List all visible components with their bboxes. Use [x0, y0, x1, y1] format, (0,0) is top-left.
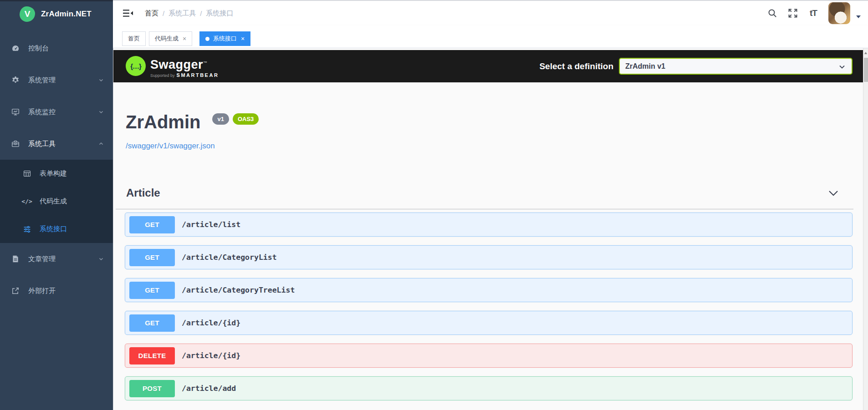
- breadcrumb-system-tools: 系统工具: [168, 9, 196, 18]
- tab-label: 首页: [128, 35, 140, 43]
- endpoint-row[interactable]: GET /article/CategoryTreeList: [125, 278, 853, 302]
- sidebar-item-code-generator[interactable]: </> 代码生成: [0, 187, 113, 215]
- method-badge: GET: [129, 216, 175, 233]
- endpoint-list: GET /article/list GET /article/CategoryL…: [125, 213, 853, 409]
- vertical-scrollbar[interactable]: [863, 48, 868, 410]
- dashboard-icon: [11, 44, 20, 53]
- tab-label: 系统接口: [213, 35, 237, 43]
- swagger-brand-name: Swagger™: [150, 56, 219, 71]
- definition-select[interactable]: ZrAdmin v1: [619, 58, 853, 75]
- breadcrumb-separator: /: [163, 10, 164, 17]
- chevron-down-icon: [839, 65, 845, 69]
- api-version-badge: v1: [212, 113, 229, 125]
- swagger-page: {…} Swagger™ Supported bySMARTBEAR Selec…: [113, 48, 863, 410]
- tab-label: 代码生成: [155, 35, 179, 43]
- sidebar-item-label: 文章管理: [28, 255, 56, 263]
- close-icon[interactable]: ×: [183, 35, 186, 42]
- method-badge: POST: [129, 380, 175, 397]
- swagger-logo[interactable]: {…} Swagger™ Supported bySMARTBEAR: [126, 56, 219, 78]
- chevron-down-icon: [98, 109, 104, 115]
- swagger-logo-icon: {…}: [126, 56, 146, 76]
- smartbear-wordmark: SMARTBEAR: [177, 72, 219, 78]
- sidebar-item-label: 表单构建: [40, 169, 67, 178]
- top-navbar: 首页 / 系统工具 / 系统接口 tT: [113, 1, 868, 25]
- sliders-icon: [23, 225, 31, 233]
- fullscreen-icon[interactable]: [787, 8, 798, 19]
- chevron-down-icon: [98, 256, 104, 262]
- api-section-header-article[interactable]: Article: [113, 185, 863, 209]
- main-area: 首页 / 系统工具 / 系统接口 tT: [113, 0, 868, 410]
- chevron-down-icon[interactable]: [828, 190, 838, 197]
- caret-down-icon[interactable]: [856, 15, 861, 18]
- sidebar-item-label: 代码生成: [40, 197, 67, 206]
- sidebar-item-label: 系统监控: [28, 108, 56, 116]
- sidebar-item-system-api[interactable]: 系统接口: [0, 215, 113, 243]
- code-icon: </>: [23, 197, 31, 206]
- sidebar-item-dashboard[interactable]: 控制台: [0, 32, 113, 64]
- close-icon[interactable]: ×: [241, 35, 245, 42]
- gear-icon: [11, 76, 20, 85]
- method-badge: DELETE: [129, 347, 175, 364]
- sidebar-item-label: 控制台: [28, 44, 49, 53]
- breadcrumb-home[interactable]: 首页: [145, 9, 158, 18]
- method-badge: GET: [129, 249, 175, 266]
- swagger-supported-by: Supported bySMARTBEAR: [150, 72, 219, 78]
- table-icon: [23, 170, 31, 178]
- chevron-up-icon: [98, 141, 104, 147]
- monitor-icon: [11, 107, 20, 116]
- definition-select-label: Select a definition: [539, 61, 613, 71]
- endpoint-path: /article/list: [182, 220, 240, 229]
- sidebar-item-label: 系统工具: [28, 140, 56, 148]
- sidebar-item-form-builder[interactable]: 表单构建: [0, 160, 113, 187]
- tags-view-bar: 首页 代码生成 × 系统接口 ×: [113, 25, 868, 48]
- active-tab-dot: [205, 37, 209, 41]
- method-badge: GET: [129, 282, 175, 299]
- endpoint-path: /article/CategoryTreeList: [182, 286, 295, 294]
- breadcrumb: 首页 / 系统工具 / 系统接口: [145, 1, 233, 25]
- toolbox-icon: [11, 139, 20, 148]
- sidebar-item-article-admin[interactable]: 文章管理: [0, 243, 113, 275]
- sidebar-submenu-system-tools: 表单构建 </> 代码生成 系统接口: [0, 160, 113, 243]
- sidebar-item-system-tools[interactable]: 系统工具: [0, 128, 113, 160]
- sidebar-item-label: 外部打开: [28, 287, 56, 295]
- definition-select-group: Select a definition ZrAdmin v1: [539, 50, 853, 82]
- sidebar-item-external-open[interactable]: 外部打开: [0, 275, 113, 307]
- endpoint-row[interactable]: GET /article/list: [125, 213, 853, 237]
- endpoint-row[interactable]: DELETE /article/{id}: [125, 344, 853, 368]
- endpoint-path: /article/{id}: [182, 351, 240, 360]
- endpoint-row[interactable]: POST /article/add: [125, 376, 853, 400]
- endpoint-row[interactable]: GET /article/{id}: [125, 311, 853, 335]
- font-size-icon[interactable]: tT: [808, 8, 819, 19]
- sidebar-item-label: 系统管理: [28, 76, 56, 85]
- tab-system-api[interactable]: 系统接口 ×: [199, 31, 250, 46]
- sidebar: V ZrAdmin.NET 控制台 系统管理: [0, 0, 113, 410]
- endpoint-path: /article/CategoryList: [182, 253, 277, 262]
- endpoint-path: /article/{id}: [182, 319, 240, 327]
- sidebar-collapse-icon[interactable]: [123, 9, 133, 18]
- trademark-mark: ™: [203, 61, 208, 65]
- app-logo-icon: V: [20, 6, 35, 22]
- search-icon[interactable]: [767, 8, 778, 19]
- scroll-up-button[interactable]: [863, 50, 868, 56]
- swagger-topbar: {…} Swagger™ Supported bySMARTBEAR Selec…: [113, 50, 863, 82]
- app-root: V ZrAdmin.NET 控制台 系统管理: [0, 0, 868, 410]
- breadcrumb-separator: /: [200, 10, 202, 17]
- scrollbar-thumb[interactable]: [864, 58, 868, 82]
- avatar[interactable]: [828, 2, 850, 24]
- chevron-down-icon: [98, 77, 104, 83]
- oas3-badge: OAS3: [233, 113, 259, 125]
- swagger-frame: {…} Swagger™ Supported bySMARTBEAR Selec…: [113, 48, 868, 410]
- definition-select-value: ZrAdmin v1: [625, 62, 665, 71]
- sidebar-item-system-admin[interactable]: 系统管理: [0, 64, 113, 96]
- external-link-icon: [11, 286, 20, 295]
- tab-home[interactable]: 首页: [122, 31, 146, 46]
- tab-code-generator[interactable]: 代码生成 ×: [149, 31, 192, 46]
- app-logo-letter: V: [25, 9, 31, 19]
- sidebar-item-system-monitor[interactable]: 系统监控: [0, 96, 113, 128]
- api-title: ZrAdmin: [126, 110, 200, 134]
- endpoint-row[interactable]: GET /article/CategoryList: [125, 245, 853, 269]
- app-logo[interactable]: V ZrAdmin.NET: [0, 1, 113, 27]
- app-title: ZrAdmin.NET: [41, 10, 92, 19]
- api-section-title: Article: [126, 187, 160, 199]
- spec-url-link[interactable]: /swagger/v1/swagger.json: [126, 142, 259, 151]
